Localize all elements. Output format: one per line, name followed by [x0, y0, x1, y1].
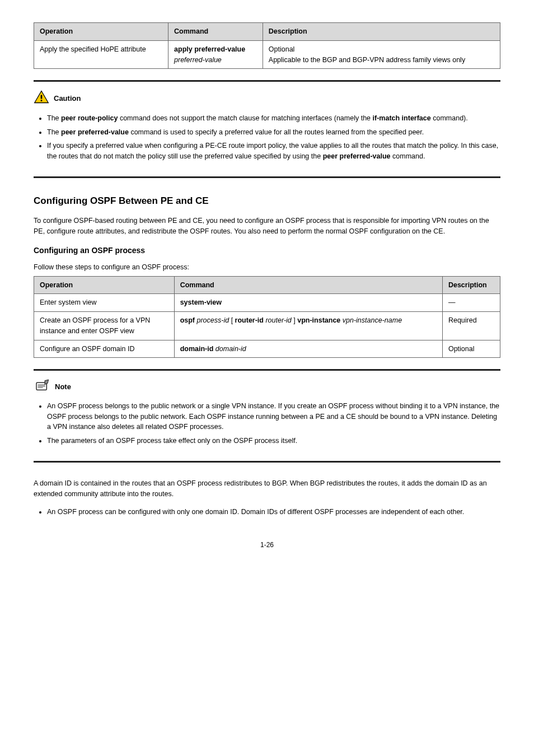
section-heading: Configuring OSPF Between PE and CE: [34, 194, 500, 208]
caution-list: The peer route-policy command does not s…: [47, 113, 500, 162]
note-icon: [34, 379, 50, 395]
table-row: Create an OSPF process for a VPN instanc…: [34, 312, 500, 340]
caution-label: Caution: [54, 93, 81, 104]
table-cell: Required: [442, 312, 500, 340]
table-header: Description: [263, 23, 500, 41]
list-item: The peer preferred-value command is used…: [47, 127, 500, 138]
table-operation-command-2: Operation Command Description Enter syst…: [34, 276, 500, 358]
table-header: Command: [168, 23, 263, 41]
table-cell: system-view: [174, 294, 442, 312]
table-cell: Optional: [442, 340, 500, 358]
subsection-heading: Configuring an OSPF process: [34, 245, 500, 256]
table-header: Operation: [34, 23, 168, 41]
caution-icon: [34, 90, 49, 108]
table-cell: Apply the specified HoPE attribute: [34, 40, 168, 69]
table-cell: ospf process-id [ router-id router-id ] …: [174, 312, 442, 340]
table-cell: domain-id domain-id: [174, 340, 442, 358]
table-cell: apply preferred-value preferred-value: [168, 40, 263, 69]
caution-callout: Caution The peer route-policy command do…: [34, 80, 500, 178]
table-row: Configure an OSPF domain ID domain-id do…: [34, 340, 500, 358]
table-header: Operation: [34, 276, 175, 294]
table-cell: Configure an OSPF domain ID: [34, 340, 175, 358]
list-item: An OSPF process belongs to the public ne…: [47, 401, 500, 432]
table-row: Apply the specified HoPE attribute apply…: [34, 40, 500, 69]
table-header: Description: [442, 276, 500, 294]
svg-rect-2: [41, 100, 43, 102]
list-item: The peer route-policy command does not s…: [47, 113, 500, 124]
note-list: An OSPF process belongs to the public ne…: [47, 401, 500, 446]
body-paragraph: To configure OSPF-based routing between …: [34, 216, 500, 237]
table-cell: —: [442, 294, 500, 312]
list-item: If you specify a preferred value when co…: [47, 141, 500, 162]
table-header: Command: [174, 276, 442, 294]
page-number: 1-26: [34, 540, 500, 550]
table-cell: Enter system view: [34, 294, 175, 312]
table-cell: Create an OSPF process for a VPN instanc…: [34, 312, 175, 340]
svg-rect-1: [41, 95, 43, 99]
table-operation-command-1: Operation Command Description Apply the …: [34, 22, 500, 69]
note-label: Note: [55, 381, 71, 393]
procedure-intro: Follow these steps to configure an OSPF …: [34, 262, 500, 273]
list-item: An OSPF process can be configured with o…: [47, 507, 500, 517]
closing-bullets: An OSPF process can be configured with o…: [47, 507, 500, 517]
closing-paragraph: A domain ID is contained in the routes t…: [34, 478, 500, 500]
table-cell: Optional Applicable to the BGP and BGP-V…: [263, 40, 500, 69]
list-item: The parameters of an OSPF process take e…: [47, 436, 500, 446]
note-callout: Note An OSPF process belongs to the publ…: [34, 369, 500, 463]
table-row: Enter system view system-view —: [34, 294, 500, 312]
